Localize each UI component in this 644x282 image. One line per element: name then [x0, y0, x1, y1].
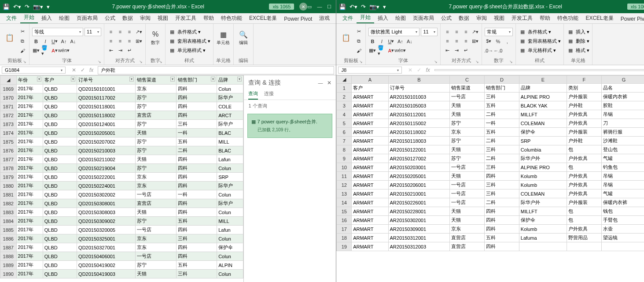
cell[interactable]: QLBD: [43, 164, 77, 173]
cancel-icon[interactable]: ✕: [408, 67, 412, 73]
undo-icon[interactable]: ↶▾: [13, 4, 21, 10]
cell[interactable]: 天猫: [450, 207, 485, 216]
save-icon[interactable]: 💾: [3, 4, 10, 10]
cell[interactable]: MILLFT: [519, 207, 567, 216]
cell[interactable]: 二科: [485, 137, 519, 145]
cell[interactable]: 天猫: [136, 270, 176, 278]
insert-cells-button[interactable]: ▦插入 ▾: [567, 28, 589, 36]
cell[interactable]: 胶鞋: [601, 101, 644, 110]
cell[interactable]: QD20150419003: [77, 270, 136, 278]
ribbon-tab[interactable]: 页面布局: [409, 13, 438, 23]
ribbon-tab[interactable]: EXCEL老巢: [582, 13, 617, 23]
row-header[interactable]: 1878: [0, 164, 17, 173]
tab-queries[interactable]: 查询: [248, 90, 258, 100]
ribbon-tab[interactable]: 开始: [357, 12, 374, 23]
cell[interactable]: [601, 242, 644, 251]
row-header[interactable]: 9: [337, 154, 352, 163]
fill-color-icon[interactable]: 🪣▾: [41, 47, 49, 55]
cell[interactable]: AR20150112001: [388, 110, 450, 119]
cell[interactable]: QLBD: [43, 217, 77, 226]
merge-icon[interactable]: ⊞▾: [471, 37, 479, 45]
cell[interactable]: ARMART: [352, 93, 388, 101]
shrink-font-icon[interactable]: A↓: [69, 37, 77, 45]
cell[interactable]: 2017年: [16, 234, 43, 243]
comma-icon[interactable]: ,: [503, 37, 511, 45]
row-header[interactable]: 1869: [0, 85, 17, 93]
cond-format-button[interactable]: ▦条件格式▾: [168, 28, 210, 36]
cell-styles-button[interactable]: ▦单元格样式▾: [519, 46, 561, 54]
cell[interactable]: ARMART: [352, 198, 388, 207]
cell[interactable]: 三科: [485, 145, 519, 154]
filter-icon[interactable]: ▾: [211, 77, 215, 82]
filter-icon[interactable]: ▾: [37, 77, 41, 82]
cell[interactable]: 三科: [485, 163, 519, 172]
cell[interactable]: QD20150211002: [77, 155, 136, 164]
cell[interactable]: QLBD: [43, 93, 77, 102]
cell[interactable]: ARCT: [217, 111, 243, 120]
italic-button[interactable]: I: [378, 37, 386, 45]
cell[interactable]: ARMART: [352, 101, 388, 110]
delete-cells-button[interactable]: ▦删除 ▾: [567, 37, 589, 45]
table-format-button[interactable]: ▦套用表格格式▾: [519, 37, 561, 45]
undo-icon[interactable]: ↶▾: [350, 4, 357, 10]
cell[interactable]: 苏宁: [136, 217, 176, 226]
column-letter[interactable]: C: [450, 76, 485, 84]
indent-dec-icon[interactable]: ⇤: [107, 46, 115, 54]
cell[interactable]: QLBD: [43, 252, 77, 261]
cell[interactable]: 四科: [176, 164, 217, 173]
row-header[interactable]: 15: [337, 207, 352, 216]
camera-icon[interactable]: 📷▾: [33, 4, 43, 10]
cell[interactable]: AR20150302001: [388, 216, 450, 225]
name-box[interactable]: G1884▾: [2, 67, 66, 74]
cell[interactable]: QD20150210003: [77, 146, 136, 155]
cell[interactable]: 四科: [176, 226, 217, 234]
cell[interactable]: QLBD: [43, 146, 77, 155]
cell[interactable]: 包: [567, 216, 601, 225]
cell[interactable]: Lafun: [217, 155, 243, 164]
cell[interactable]: 三科: [485, 181, 519, 189]
row-header[interactable]: 1873: [0, 120, 17, 129]
column-header[interactable]: 客户▾: [43, 76, 77, 85]
cell[interactable]: 京东: [450, 225, 485, 234]
cell[interactable]: 际华户: [217, 120, 243, 129]
cell[interactable]: ARMART: [352, 234, 388, 242]
cell[interactable]: QLBD: [43, 199, 77, 208]
cell[interactable]: 四科: [485, 242, 519, 251]
cell[interactable]: 三科: [485, 189, 519, 198]
cell[interactable]: 苏宁: [136, 164, 176, 173]
column-header[interactable]: 销售部门▾: [176, 76, 217, 85]
cell[interactable]: 2017年: [16, 173, 43, 182]
cell[interactable]: 四科: [485, 207, 519, 216]
cell[interactable]: 品名: [601, 84, 644, 93]
fill-color-icon[interactable]: 🪣▾: [378, 47, 386, 55]
cell[interactable]: QLBD: [43, 85, 77, 93]
cell[interactable]: QD20150308001: [77, 199, 136, 208]
row-header[interactable]: 1888: [0, 252, 17, 261]
orientation-icon[interactable]: ↗▾: [135, 28, 143, 36]
cond-format-button[interactable]: ▦条件格式▾: [519, 28, 561, 36]
row-header[interactable]: 6: [337, 128, 352, 137]
cell[interactable]: QD20150308003: [77, 208, 136, 217]
align-left-icon[interactable]: ≡: [443, 37, 451, 45]
cell[interactable]: 品牌: [519, 84, 567, 93]
column-letter[interactable]: D: [485, 76, 519, 84]
cell[interactable]: ARMART: [352, 145, 388, 154]
cell[interactable]: Columbia: [519, 145, 567, 154]
cell[interactable]: Lafun: [217, 226, 243, 234]
cell[interactable]: 气罐: [601, 154, 644, 163]
cell[interactable]: QD20150419002: [77, 261, 136, 270]
cell[interactable]: 四科: [176, 243, 217, 252]
copy-icon[interactable]: ⧉: [18, 37, 26, 45]
cell[interactable]: 2017年: [16, 146, 43, 155]
ribbon-tab[interactable]: 审阅: [136, 13, 154, 23]
row-header[interactable]: 1887: [0, 243, 17, 252]
cell[interactable]: 际华户: [217, 199, 243, 208]
row-header[interactable]: 1875: [0, 137, 17, 146]
cell[interactable]: 户外服装: [567, 128, 601, 137]
cell[interactable]: 苏宁: [136, 93, 176, 102]
cell[interactable]: 客户: [352, 84, 388, 93]
formula-input[interactable]: 户外鞋: [98, 66, 334, 74]
row-header[interactable]: 1890: [0, 270, 17, 278]
cell[interactable]: SRP: [217, 173, 243, 182]
percent-icon[interactable]: %: [494, 37, 502, 45]
